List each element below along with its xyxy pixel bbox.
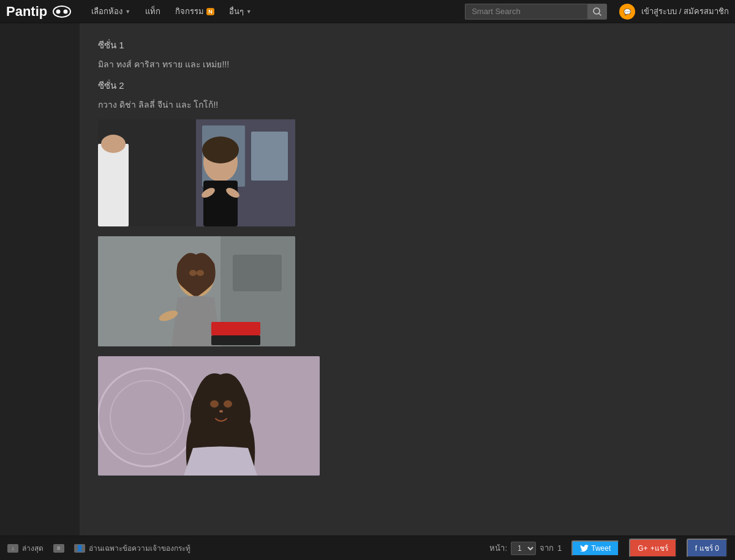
svg-point-38 (219, 410, 223, 413)
nav-select-room[interactable]: เลือกห้อง ▼ (84, 0, 138, 23)
svg-rect-30 (211, 335, 260, 345)
svg-point-37 (224, 400, 232, 408)
page-select[interactable]: 1 (511, 542, 536, 555)
scroll-bottom-icon: ↓ (7, 544, 18, 553)
chevron-down-icon-2: ▼ (246, 9, 252, 15)
scroll-bottom-button[interactable]: ↓ ล่างสุด (7, 542, 43, 554)
svg-rect-19 (98, 144, 129, 226)
image-1 (98, 119, 295, 226)
chevron-down-icon: ▼ (125, 9, 130, 15)
nav-other[interactable]: อื่นๆ ▼ (222, 0, 259, 23)
sidebar (0, 23, 80, 536)
read-owner-button[interactable]: 👤 อ่านเฉพาะข้อความเจ้าของกระทู้ (74, 542, 190, 554)
logo-text: Pantip (6, 4, 47, 20)
header: Pantip เลือกห้อง ▼ แท็ก กิจกรรม N อื่นๆ … (0, 0, 735, 23)
gplus-button[interactable]: G+ +แชร์ (629, 539, 676, 558)
facebook-button[interactable]: f แชร์ 0 (687, 539, 728, 558)
season2-cast: กวาง ดิช่า ลิลลี่ จีน่า และ โกโก้!! (98, 98, 717, 111)
wash-latest-button[interactable]: ≡ ล่างสุด (53, 544, 64, 553)
svg-point-20 (101, 135, 126, 153)
svg-rect-13 (203, 181, 238, 226)
image-2 (98, 236, 295, 346)
page-total: 1 (557, 543, 562, 553)
wash-icon: ≡ (53, 544, 64, 553)
svg-line-4 (599, 13, 601, 15)
logo[interactable]: Pantip (6, 4, 72, 20)
svg-text:💬: 💬 (624, 8, 631, 16)
header-right: 💬 เข้าสู่ระบบ / สมัครสมาชิก (619, 4, 729, 20)
svg-point-36 (210, 400, 219, 408)
tweet-button[interactable]: Tweet (571, 540, 619, 556)
svg-point-27 (197, 270, 204, 276)
svg-point-2 (64, 9, 68, 13)
search-box (465, 4, 607, 20)
nav-tag[interactable]: แท็ก (138, 0, 168, 23)
pagination: หน้า: 1 จาก 1 (489, 542, 562, 555)
search-input[interactable] (465, 4, 587, 20)
svg-point-1 (56, 9, 61, 13)
login-button[interactable]: เข้าสู่ระบบ / สมัครสมาชิก (641, 5, 729, 18)
season2-title: ซีซั่น 2 (98, 78, 717, 93)
image-3 (98, 356, 320, 476)
content-area: ซีซั่น 1 มิลา ทงส์ คาริสา ทราย และ เหม่ย… (80, 23, 735, 536)
svg-rect-29 (211, 322, 260, 335)
search-button[interactable] (587, 4, 607, 20)
svg-point-0 (53, 6, 70, 17)
from-label: จาก (540, 542, 554, 554)
nav-activity[interactable]: กิจกรรม N (168, 0, 222, 23)
season1-title: ซีซั่น 1 (98, 38, 717, 53)
notification-icon[interactable]: 💬 (619, 4, 635, 20)
svg-point-26 (189, 270, 197, 276)
svg-rect-24 (233, 255, 282, 291)
svg-rect-11 (251, 132, 288, 181)
logo-icon (52, 5, 72, 18)
read-owner-icon: 👤 (74, 544, 85, 553)
bottom-bar: ↓ ล่างสุด ≡ ล่างสุด 👤 อ่านเฉพาะข้อความเจ… (0, 536, 735, 560)
svg-point-18 (202, 136, 239, 163)
page-label: หน้า: (489, 542, 507, 554)
main-content: ซีซั่น 1 มิลา ทงส์ คาริสา ทราย และ เหม่ย… (0, 23, 735, 536)
activity-badge: N (206, 8, 214, 15)
season1-cast: มิลา ทงส์ คาริสา ทราย และ เหม่ย!!! (98, 58, 717, 71)
